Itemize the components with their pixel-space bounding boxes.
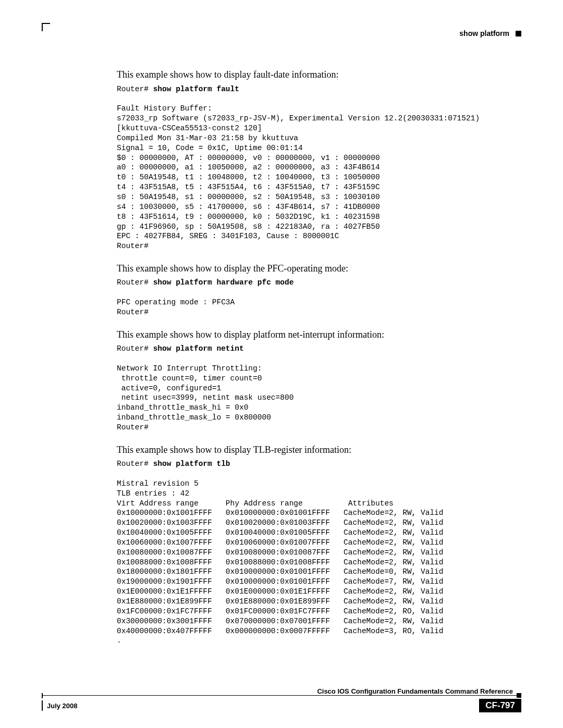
- footer-book-title: Cisco IOS Configuration Fundamentals Com…: [42, 687, 521, 695]
- code-block-4: Router# show platform tlb Mistral revisi…: [117, 459, 511, 646]
- code-block-1: Router# show platform fault Fault Histor…: [117, 84, 511, 251]
- header-square-icon: [516, 31, 521, 36]
- code-block-2: Router# show platform hardware pfc mode …: [117, 278, 511, 317]
- intro-paragraph-2: This example shows how to display the PF…: [117, 263, 511, 275]
- code-block-3: Router# show platform netint Network IO …: [117, 344, 511, 433]
- footer-square-icon: [517, 693, 521, 698]
- page-footer: Cisco IOS Configuration Fundamentals Com…: [42, 699, 521, 712]
- command: show platform tlb: [153, 460, 230, 468]
- footer-tick-icon: [42, 693, 43, 698]
- page-content: This example shows how to display fault-…: [117, 69, 511, 646]
- prompt: Router#: [117, 278, 153, 287]
- intro-paragraph-1: This example shows how to display fault-…: [117, 69, 511, 81]
- prompt: Router#: [117, 460, 153, 468]
- output: Network IO Interrupt Throttling: throttl…: [117, 364, 293, 431]
- crop-mark-icon: [42, 23, 50, 31]
- output: PFC operating mode : PFC3A Router#: [117, 298, 235, 316]
- header-section-title: show platform: [459, 29, 509, 38]
- footer-rule: [42, 695, 521, 696]
- footer-date: July 2008: [42, 702, 78, 710]
- prompt: Router#: [117, 85, 153, 93]
- output: Fault History Buffer: s72033_rp Software…: [117, 104, 480, 250]
- page: show platform This example shows how to …: [0, 0, 563, 728]
- prompt: Router#: [117, 344, 153, 353]
- intro-paragraph-4: This example shows how to display TLB-re…: [117, 444, 511, 456]
- intro-paragraph-3: This example shows how to display platfo…: [117, 329, 511, 341]
- command: show platform hardware pfc mode: [153, 278, 294, 287]
- page-header: show platform: [42, 28, 521, 38]
- output: Mistral revision 5 TLB entries : 42 Virt…: [117, 479, 444, 645]
- command: show platform fault: [153, 85, 239, 93]
- command: show platform netint: [153, 344, 244, 353]
- page-number: CF-797: [479, 699, 521, 712]
